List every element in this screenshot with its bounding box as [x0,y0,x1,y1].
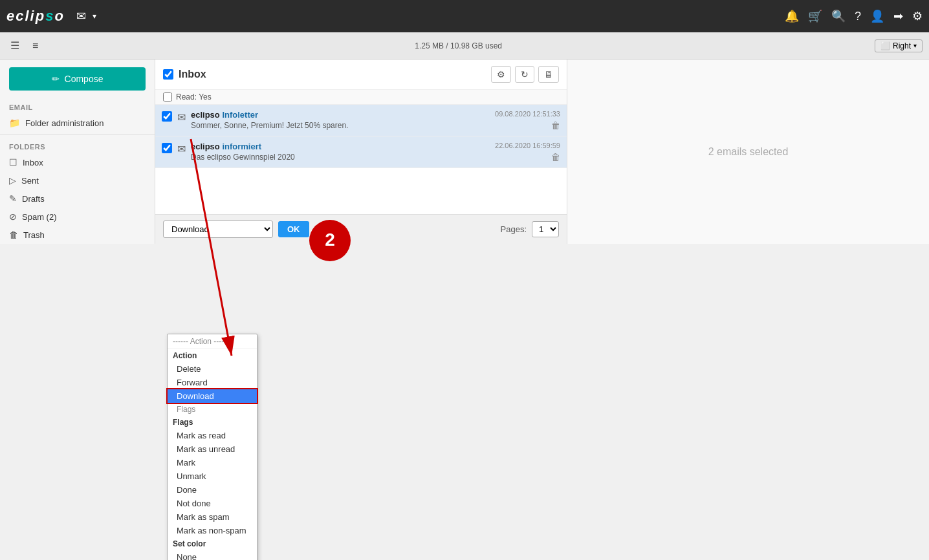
read-filter-label: Read: Yes [176,92,212,102]
dropdown-mark-unread[interactable]: Mark as unread [168,442,257,456]
select-all-checkbox[interactable] [163,69,173,80]
email-2-meta: 22.06.2020 16:59:59 🗑 [495,142,560,162]
spam-label: Spam (2) [22,212,56,222]
layout-selector[interactable]: ⬜ Right ▾ [875,39,923,52]
read-filter-bar: Read: Yes [155,90,567,105]
dropdown-mark-read[interactable]: Mark as read [168,429,257,442]
logo: eclipso [6,8,65,25]
sidebar-item-trash[interactable]: 🗑 Trash [0,226,155,244]
dropdown-header: ------ Action ------ [168,334,257,349]
trash-sidebar-icon: 🗑 [9,230,18,240]
compose-label: Compose [65,74,104,84]
sidebar-item-spam[interactable]: ⊘ Spam (2) [0,208,155,226]
dropdown-mark-nonspam[interactable]: Mark as non-spam [168,524,257,537]
email-2-sender-highlight: informiert [222,142,261,151]
email-list-pane: Inbox ⚙ ↻ 🖥 Read: Yes ✉ [155,59,567,244]
sent-icon: ▷ [9,175,16,186]
layout-label: Right [893,41,911,50]
drafts-label: Drafts [22,194,45,204]
dropdown-forward[interactable]: Forward [168,376,257,389]
pencil-icon: ✏ [52,74,60,84]
inbox-action-buttons: ⚙ ↻ 🖥 [491,66,559,83]
inbox-title: Inbox [179,69,486,80]
email-1-preview: Sommer, Sonne, Premium! Jetzt 50% sparen… [191,121,490,130]
inbox-header: Inbox ⚙ ↻ 🖥 [155,59,567,90]
email-2-body: eclipso informiert Das eclipso Gewinnspi… [191,142,490,162]
layout-icon: ⬜ [880,41,890,50]
email-2-delete-icon[interactable]: 🗑 [551,152,560,162]
page-select[interactable]: 1 [532,221,559,237]
help-icon[interactable]: ? [855,10,861,23]
email-1-delete-icon[interactable]: 🗑 [551,120,560,131]
dropdown-download[interactable]: Download [168,389,257,403]
email-list: ✉ eclipso Infoletter Sommer, Sonne, Prem… [155,105,567,214]
mail-icon[interactable]: ✉ [76,9,86,23]
bottom-bar: ---- Action ---- Delete Forward Download… [155,214,567,244]
main-area: ✏ Compose EMAIL 📁 Folder administration … [0,59,929,244]
read-filter-checkbox[interactable] [163,92,172,102]
ok-button[interactable]: OK [278,221,309,237]
email-2-date: 22.06.2020 16:59:59 [495,142,560,149]
dropdown-mark-spam[interactable]: Mark as spam [168,510,257,524]
flags-group-label: Flags [168,416,257,429]
settings-icon[interactable]: ⚙ [912,9,923,23]
email-1-checkbox[interactable] [162,111,172,122]
email-2-type-icon: ✉ [177,143,186,155]
email-1-sender: eclipso Infoletter [191,110,490,120]
email-row-2[interactable]: ✉ eclipso informiert Das eclipso Gewinns… [155,136,567,168]
dropdown-flags-header: Flags [168,403,257,416]
dropdown-done[interactable]: Done [168,483,257,497]
email-1-body: eclipso Infoletter Sommer, Sonne, Premiu… [191,110,490,130]
topbar-right-icons: 🔔 🛒 🔍 ? 👤 ➡ ⚙ [785,9,923,23]
menu-toggle-button[interactable]: ☰ [6,37,23,54]
email-1-sender-highlight: Infoletter [222,110,258,120]
email-2-preview: Das eclipso Gewinnspiel 2020 [191,153,490,162]
dropdown-delete[interactable]: Delete [168,362,257,376]
trash-label: Trash [23,230,45,240]
refresh-button[interactable]: ↻ [515,66,534,83]
search-icon[interactable]: 🔍 [831,9,846,23]
settings-inbox-button[interactable]: ⚙ [491,66,511,83]
email-2-checkbox[interactable] [162,143,172,153]
logout-icon[interactable]: ➡ [893,9,903,23]
dropdown-not-done[interactable]: Not done [168,497,257,510]
sent-label: Sent [21,176,39,186]
email-row-1[interactable]: ✉ eclipso Infoletter Sommer, Sonne, Prem… [155,105,567,136]
topbar: eclipso ✉ ▾ 🔔 🛒 🔍 ? 👤 ➡ ⚙ [0,0,929,32]
folder-admin-icon: 📁 [9,118,20,128]
user-icon[interactable]: 👤 [870,9,884,23]
dropdown-unmark[interactable]: Unmark [168,469,257,483]
bell-icon[interactable]: 🔔 [785,9,799,23]
action-group-label: Action [168,349,257,362]
sidebar-item-inbox[interactable]: ☐ Inbox [0,153,155,171]
email-1-type-icon: ✉ [177,111,186,124]
display-mode-button[interactable]: 🖥 [538,66,559,83]
folders-section-label: FOLDERS [0,138,155,153]
sidebar-item-sent[interactable]: ▷ Sent [0,171,155,189]
action-select[interactable]: ---- Action ---- Delete Forward Download… [163,221,273,238]
dropdown-color-none[interactable]: None [168,550,257,560]
cart-icon[interactable]: 🛒 [808,9,822,23]
chevron-down-icon: ▾ [913,42,917,49]
storage-text: 1.25 MB / 10.98 GB used [415,41,502,50]
inbox-icon: ☐ [9,157,17,167]
sidebar: ✏ Compose EMAIL 📁 Folder administration … [0,59,155,244]
inbox-label: Inbox [23,158,43,167]
right-panel: 2 emails selected [567,59,929,244]
action-dropdown-menu[interactable]: ------ Action ------ Action Delete Forwa… [167,334,257,560]
stack-icon-button[interactable]: ≡ [28,38,42,54]
dropdown-mark[interactable]: Mark [168,456,257,469]
email-section-label: EMAIL [0,98,155,114]
sidebar-item-folder-admin[interactable]: 📁 Folder administration [0,114,155,132]
drafts-icon: ✎ [9,193,17,204]
dropdown-arrow-icon[interactable]: ▾ [93,12,96,21]
email-1-date: 09.08.2020 12:51:33 [495,110,560,118]
email-2-sender: eclipso informiert [191,142,490,151]
compose-button[interactable]: ✏ Compose [9,67,146,91]
selected-count: 2 emails selected [708,146,789,158]
folder-admin-label: Folder administration [25,118,104,128]
sidebar-divider [0,135,155,135]
sidebar-item-drafts[interactable]: ✎ Drafts [0,189,155,208]
pages-label: Pages: [501,224,527,234]
email-1-meta: 09.08.2020 12:51:33 🗑 [495,110,560,131]
